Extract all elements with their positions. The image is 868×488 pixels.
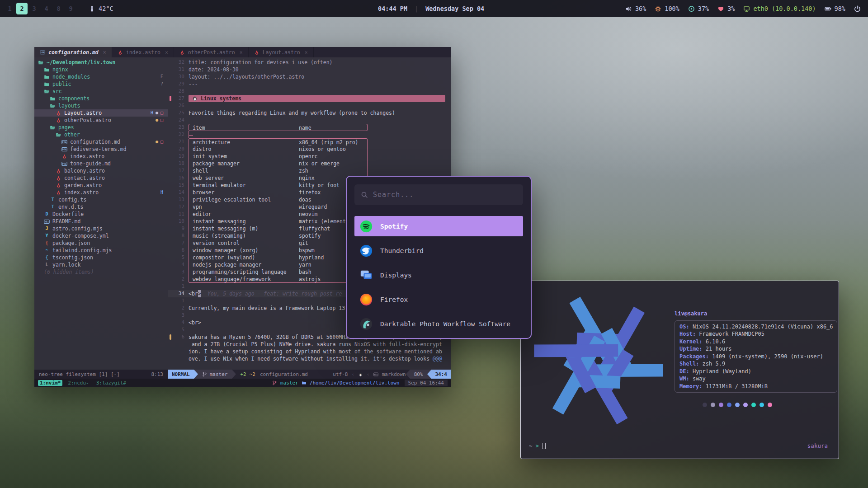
launcher-item-Thunderbird[interactable]: Thunderbird (354, 240, 523, 261)
battery-module[interactable]: 98% (825, 5, 845, 12)
neotree-status-label: neo-tree filesystem [1] [-] (39, 371, 120, 377)
cpu-module[interactable]: 100% (655, 5, 679, 12)
terminal-palette (703, 403, 837, 407)
buffer-line: ove. I use Nix when I need software with… (168, 355, 451, 362)
palette-dot (719, 403, 723, 407)
editor-cursor: > (198, 290, 201, 297)
workspaces: 123489 (4, 3, 77, 14)
penguin-icon (192, 96, 198, 101)
tree-item-tailwind.config.mjs[interactable]: ~tailwind.config.mjs (34, 247, 168, 254)
file-tree[interactable]: ~/Development/liv.townnginxnode_modulesE… (34, 57, 168, 370)
workspace-1[interactable]: 1 (4, 3, 15, 14)
tmux-window-2:ncdu-[interactable]: 2:ncdu- (66, 380, 90, 386)
memory-module[interactable]: 37% (688, 5, 709, 12)
power-button[interactable] (854, 5, 861, 12)
network-module[interactable]: eth0 (10.0.0.140) (743, 5, 816, 12)
tree-item-README.md[interactable]: README.md (34, 218, 168, 225)
tree-item-garden.astro[interactable]: garden.astro (34, 182, 168, 189)
statusline-separator: ‹ (351, 371, 354, 377)
tree-item-otherPost.astro[interactable]: otherPost.astro●□ (34, 117, 168, 124)
md-table-header-cell: item (189, 124, 295, 131)
palette-dot (751, 403, 756, 407)
tmux-window-1:nvim*[interactable]: 1:nvim* (38, 380, 62, 386)
mode-indicator: NORMAL (168, 370, 194, 379)
tree-item-astro.config.mjs[interactable]: Jastro.config.mjs (34, 225, 168, 232)
search-box[interactable] (354, 184, 523, 205)
statusline-separator: ‹ (367, 371, 370, 377)
tree-item-balcony.astro[interactable]: balcony.astro (34, 167, 168, 174)
tree-item-Dockerfile[interactable]: DDockerfile (34, 211, 168, 218)
tree-item-index.astro[interactable]: index.astroH (34, 189, 168, 196)
fetch-info-row: OS: NixOS 24.11.20240828.71e91c4 (Vicuna… (679, 323, 832, 331)
tree-item-other[interactable]: other (34, 131, 168, 138)
tree-item-tone-guide.md[interactable]: tone-guide.md (34, 160, 168, 167)
folder-icon (302, 380, 307, 385)
launcher-item-Firefox[interactable]: Firefox (354, 289, 523, 310)
volume-module[interactable]: 36% (625, 5, 646, 12)
tab-close-icon[interactable]: × (165, 49, 168, 56)
folder-open-icon (50, 103, 56, 109)
workspace-2[interactable]: 2 (16, 3, 28, 14)
tab-close-icon[interactable]: × (103, 49, 106, 56)
buffer-line: 26 (168, 102, 451, 109)
tree-item-src[interactable]: src (34, 88, 168, 95)
tree-item-components[interactable]: components (34, 95, 168, 102)
launcher-item-Spotify[interactable]: Spotify (354, 216, 523, 236)
tree-item-package.json[interactable]: {package.json (34, 239, 168, 247)
temperature-module[interactable]: 42°C (89, 5, 113, 12)
tree-item-node_modules[interactable]: node_modulesE (34, 73, 168, 80)
tab-close-icon[interactable]: × (305, 49, 308, 56)
workspace-4[interactable]: 4 (41, 3, 52, 14)
tree-item-docker-compose.yml[interactable]: Ydocker-compose.yml (34, 232, 168, 239)
md-table-cell: web server (189, 174, 295, 182)
workspace-8[interactable]: 8 (53, 3, 64, 14)
tree-item-config.ts[interactable]: Tconfig.ts (34, 196, 168, 203)
workspace-3[interactable]: 3 (28, 3, 40, 14)
scroll-percent: 80% (410, 370, 427, 379)
md-table-cell: instant messaging (189, 218, 295, 225)
statusline: neo-tree filesystem [1] [-] 8:13 NORMAL … (34, 370, 451, 379)
md-table-cell: programming/scripting language (189, 268, 295, 276)
git-status-markers: E (160, 73, 168, 80)
prompt-path: ~ (529, 442, 533, 449)
load-module[interactable]: 3% (717, 5, 735, 12)
tmux-bar: master /home/liv/Development/liv.town Se… (34, 379, 451, 387)
tree-item-pages[interactable]: pages (34, 124, 168, 131)
tree-item-configuration.md[interactable]: configuration.md●□ (34, 138, 168, 145)
launcher-item-Displays[interactable]: Displays (354, 265, 523, 285)
tree-root[interactable]: ~/Development/liv.town (34, 59, 168, 66)
tree-item-nginx[interactable]: nginx (34, 66, 168, 73)
folder-icon (50, 96, 56, 102)
tree-item-contact.astro[interactable]: contact.astro (34, 174, 168, 182)
fetch-terminal[interactable]: liv@sakura OS: NixOS 24.11.20240828.71e9… (520, 281, 839, 459)
search-input[interactable] (373, 191, 517, 199)
astro-icon (254, 50, 259, 55)
md-table-cell: nixos or gentoo (295, 145, 368, 153)
palette-dot (760, 403, 764, 407)
tab-close-icon[interactable]: × (240, 49, 243, 56)
tmux-window-3:lazygit#[interactable]: 3:lazygit# (94, 380, 128, 386)
tab-otherPost.astro[interactable]: otherPost.astro× (174, 47, 249, 57)
top-status-bar: 123489 42°C 04:44 PM | Wednesday Sep 04 … (0, 0, 868, 17)
md-table-cell: x86_64 (rip m2 pro) (295, 138, 368, 145)
tree-item-index.astro[interactable]: index.astro (34, 153, 168, 160)
md-table-cell: shell (189, 167, 295, 174)
tab-configuration.md[interactable]: configuration.md× (34, 47, 112, 57)
firefox-icon (359, 293, 373, 306)
tree-item-fediverse-terms.md[interactable]: fediverse-terms.md (34, 145, 168, 153)
tab-Layout.astro[interactable]: Layout.astro× (249, 47, 314, 57)
tree-item-env.d.ts[interactable]: Tenv.d.ts (34, 203, 168, 211)
md-table-cell: terminal emulator (189, 182, 295, 189)
tree-item-yarn.lock[interactable]: Lyarn.lock (34, 261, 168, 268)
tab-index.astro[interactable]: index.astro× (112, 47, 174, 57)
tree-item-public[interactable]: public? (34, 80, 168, 88)
volume-icon (625, 5, 632, 12)
launcher-item-Darktable Photo Workflow Software[interactable]: Darktable Photo Workflow Software (354, 314, 523, 334)
branch-name: master (210, 371, 228, 377)
tree-item-Layout.astro[interactable]: Layout.astroH●□ (34, 109, 168, 117)
tree-item-tsconfig.json[interactable]: {tsconfig.json (34, 254, 168, 261)
buffer-line: 19init systemopenrc (168, 153, 451, 160)
fetch-info-row: DE: Hyprland (Wayland) (679, 368, 832, 375)
tree-item-layouts[interactable]: layouts (34, 102, 168, 109)
workspace-9[interactable]: 9 (65, 3, 76, 14)
